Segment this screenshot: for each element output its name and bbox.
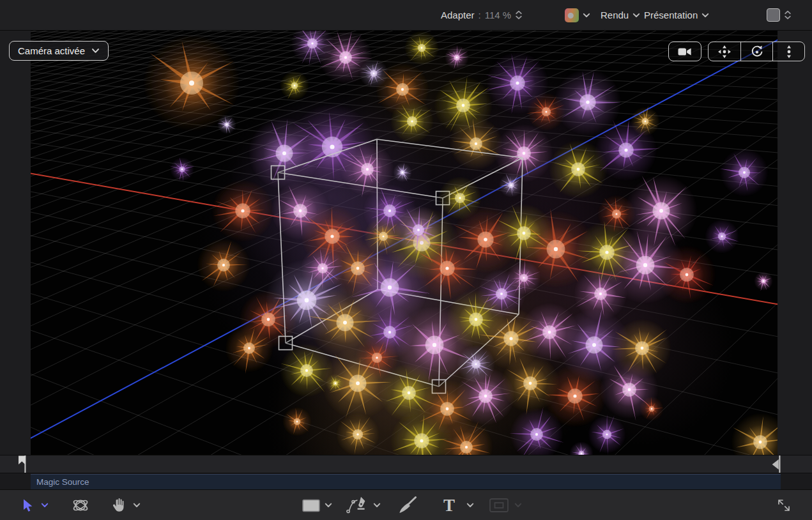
chevron-down-icon	[91, 48, 100, 54]
color-channels-menu[interactable]	[565, 0, 590, 30]
orbit-3d-tool-button[interactable]	[72, 490, 89, 520]
camera-view-button[interactable]	[668, 42, 701, 61]
color-channels-swatch-icon	[565, 8, 579, 22]
brush-tool-button[interactable]	[397, 490, 418, 520]
chevron-down-icon	[133, 503, 141, 508]
view-menu[interactable]: Présentation	[644, 0, 709, 30]
track-label: Magic Source	[31, 477, 89, 487]
zoom-value: 114 %	[485, 10, 511, 20]
render-menu-label: Rendu	[601, 10, 629, 20]
text-tool-button[interactable]: T	[443, 490, 455, 520]
timeline-out-marker-icon[interactable]	[770, 455, 783, 473]
hand-tool-icon	[111, 498, 126, 513]
camera-active-label: Caméra activée	[18, 45, 85, 56]
stepper-icon[interactable]	[515, 10, 523, 20]
dolly-view-button[interactable]	[772, 42, 804, 61]
select-tool-button[interactable]	[22, 490, 33, 520]
view-tools-group	[668, 42, 805, 61]
chevron-down-icon	[41, 503, 49, 508]
brush-tool-icon	[397, 496, 418, 514]
pan-view-icon	[717, 45, 732, 59]
bottom-toolbar: T	[0, 489, 812, 520]
chevron-down-icon	[325, 503, 332, 508]
motion-window: Adapter : 114 % Rendu Présentation	[0, 0, 812, 520]
image-mask-tool-menu[interactable]	[514, 490, 522, 520]
text-tool-glyph: T	[443, 496, 455, 516]
camera-move-tools	[708, 42, 805, 61]
chevron-down-icon	[373, 503, 381, 508]
bezier-tool-menu[interactable]	[373, 490, 381, 520]
pan-view-button[interactable]	[709, 42, 740, 61]
camera-icon	[678, 47, 692, 56]
chevron-down-icon	[583, 13, 590, 18]
orbit-view-button[interactable]	[740, 42, 772, 61]
bezier-tool-icon	[346, 496, 369, 514]
canvas-scene[interactable]	[31, 31, 778, 455]
orbit-view-icon	[750, 45, 764, 59]
render-menu[interactable]: Rendu	[601, 0, 640, 30]
canvas-viewport[interactable]	[31, 31, 778, 455]
rectangle-tool-button[interactable]	[302, 490, 320, 520]
chevron-down-icon	[514, 503, 522, 508]
timeline-in-marker-icon[interactable]	[17, 455, 30, 473]
rectangle-tool-menu[interactable]	[325, 490, 332, 520]
resize-diagonal-icon	[775, 496, 793, 514]
zoom-separator: :	[479, 10, 481, 20]
layout-swatch-icon	[767, 8, 780, 22]
select-arrow-icon	[22, 499, 33, 512]
zoom-mode-label: Adapter	[441, 10, 475, 20]
camera-active-button[interactable]: Caméra activée	[9, 41, 109, 61]
rectangle-tool-icon	[302, 499, 320, 512]
cube-corner-handle	[272, 166, 285, 180]
image-mask-tool-icon	[489, 498, 509, 512]
resize-timing-button[interactable]	[775, 490, 793, 520]
canvas-left-gutter	[0, 31, 31, 455]
hand-tool-button[interactable]	[111, 490, 126, 520]
dolly-view-icon	[785, 45, 793, 59]
view-menu-label: Présentation	[644, 10, 698, 20]
timeline-track-bar[interactable]: Magic Source	[31, 474, 781, 489]
chevron-down-icon	[632, 13, 640, 18]
hand-tool-menu[interactable]	[133, 490, 141, 520]
stepper-icon	[784, 10, 792, 20]
bezier-tool-button[interactable]	[346, 490, 369, 520]
mini-timeline-ruler[interactable]	[0, 455, 812, 473]
image-mask-tool-button[interactable]	[489, 490, 509, 520]
top-toolbar: Adapter : 114 % Rendu Présentation	[0, 0, 812, 31]
chevron-down-icon	[701, 13, 709, 18]
window-layout-control[interactable]	[767, 0, 792, 30]
canvas-right-gutter	[778, 31, 812, 455]
mini-timeline-track-row: Magic Source	[0, 473, 812, 489]
orbit-3d-tool-icon	[72, 496, 89, 514]
text-tool-menu[interactable]	[466, 490, 474, 520]
zoom-level-control[interactable]: Adapter : 114 %	[441, 0, 523, 30]
chevron-down-icon	[466, 503, 474, 508]
select-tool-menu[interactable]	[41, 490, 49, 520]
